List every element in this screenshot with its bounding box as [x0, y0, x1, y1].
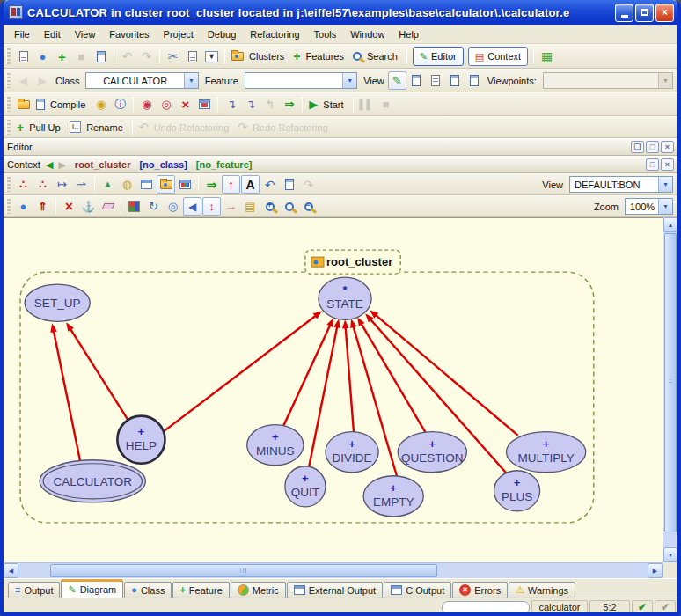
menu-favorites[interactable]: Favorites: [102, 26, 156, 42]
rotate-icon[interactable]: ↻: [144, 197, 163, 216]
open-icon[interactable]: ●: [33, 48, 52, 66]
menu-window[interactable]: Window: [343, 26, 392, 42]
note-tool-icon[interactable]: ▤: [241, 197, 260, 216]
new-document-icon[interactable]: [14, 48, 33, 66]
close-context-icon[interactable]: ×: [661, 158, 674, 171]
class-node-help[interactable]: +HELP: [117, 416, 165, 464]
context-button[interactable]: ▤Context: [468, 47, 528, 66]
history-window-icon[interactable]: [280, 175, 298, 194]
menu-debug[interactable]: Debug: [201, 26, 243, 42]
new-item-icon[interactable]: +: [53, 48, 71, 66]
menu-file[interactable]: File: [7, 26, 37, 42]
project-settings-icon[interactable]: [14, 95, 33, 114]
tab-external-output[interactable]: External Output: [287, 582, 383, 598]
step-into-icon[interactable]: ↴: [241, 95, 260, 114]
minimize-button[interactable]: [615, 4, 633, 22]
tab-output[interactable]: ≡Output: [8, 582, 60, 598]
zoom-out-icon[interactable]: −: [299, 197, 318, 216]
rename-button[interactable]: I..Rename: [67, 118, 128, 136]
class-node-minus[interactable]: +MINUS: [247, 425, 304, 466]
diagram-zoom-combo[interactable]: 100%▼: [625, 198, 673, 215]
search-button[interactable]: Search: [350, 48, 403, 66]
edge-divide-inherits-state[interactable]: [342, 319, 354, 432]
close-button[interactable]: ×: [655, 4, 674, 22]
horizontal-scrollbar[interactable]: ◀ ▶: [4, 562, 663, 578]
diagram-view-combo-arrow-icon[interactable]: ▼: [658, 177, 672, 192]
quick-melt-icon[interactable]: ◎: [157, 95, 175, 114]
system-info-icon[interactable]: ⓘ: [111, 95, 129, 114]
scroll-right-icon[interactable]: ▶: [648, 563, 663, 578]
tab-c-output[interactable]: C Output: [384, 582, 451, 598]
tab-diagram[interactable]: ✎Diagram: [61, 579, 123, 598]
inheritance-layout-icon[interactable]: ↑: [222, 175, 240, 194]
contract-view-icon[interactable]: [446, 71, 465, 90]
class-node-divide[interactable]: +DIVIDE: [326, 432, 378, 473]
text-view-icon[interactable]: ✎: [388, 71, 406, 90]
eraser-icon[interactable]: [99, 197, 117, 216]
class-node-plus[interactable]: +PLUS: [494, 471, 539, 511]
class-node-calculator[interactable]: CALCULATOR: [40, 460, 145, 502]
cluster-tag[interactable]: root_cluster: [305, 250, 400, 274]
compile-button[interactable]: Compile: [33, 95, 91, 114]
new-cluster-tool-icon[interactable]: ∴: [33, 175, 52, 194]
paste-icon[interactable]: ▼: [202, 48, 221, 66]
tab-errors[interactable]: ×Errors: [452, 582, 508, 598]
uml-view-icon[interactable]: [137, 175, 156, 194]
class-node-empty[interactable]: +EMPTY: [363, 476, 423, 517]
fit-selection-icon[interactable]: ⇑: [33, 197, 52, 216]
straighten-links-icon[interactable]: →: [222, 197, 240, 216]
edge-help-inherits-state[interactable]: [163, 311, 321, 431]
menu-refactoring[interactable]: Refactoring: [243, 26, 306, 42]
freeze-icon[interactable]: ◉: [92, 95, 110, 114]
context-back-icon[interactable]: ◀: [46, 159, 53, 171]
ignore-breakpoints-icon[interactable]: ⇒: [280, 95, 298, 114]
tab-metric[interactable]: Metric: [231, 582, 286, 598]
menu-edit[interactable]: Edit: [37, 26, 68, 42]
pull-up-button[interactable]: +Pull Up: [14, 118, 66, 136]
compile-toolbar-grip[interactable]: [6, 97, 11, 113]
link-color-icon[interactable]: [125, 197, 143, 216]
menu-project[interactable]: Project: [157, 26, 201, 42]
features-button[interactable]: +Features: [290, 48, 349, 66]
class-node-question[interactable]: +QUESTION: [398, 432, 466, 473]
feature-combo-arrow-icon[interactable]: ▼: [342, 73, 356, 88]
save-all-icon[interactable]: [92, 48, 110, 66]
edge-help-inherits-set_up[interactable]: [66, 322, 128, 421]
class-toolbar-grip[interactable]: [6, 73, 11, 89]
cut-icon[interactable]: ✂: [164, 48, 182, 66]
force-layout-icon[interactable]: ⇒: [202, 175, 221, 194]
clickable-view-icon[interactable]: [407, 71, 426, 90]
scroll-down-icon[interactable]: ▼: [663, 547, 677, 562]
main-toolbar-grip[interactable]: [6, 48, 11, 64]
delete-icon[interactable]: ×: [60, 197, 78, 216]
class-view-icon[interactable]: [176, 175, 194, 194]
step-over-icon[interactable]: ↴: [222, 95, 240, 114]
refresh-diagram-icon[interactable]: ◎: [164, 197, 182, 216]
tab-class[interactable]: ●Class: [124, 582, 172, 598]
start-button[interactable]: ▶Start: [306, 95, 348, 114]
menu-view[interactable]: View: [68, 26, 103, 42]
finalize-icon[interactable]: [195, 95, 214, 114]
save-diagram-icon[interactable]: ◍: [118, 175, 136, 194]
tab-warnings[interactable]: ⚠Warnings: [509, 582, 575, 598]
context-feature-link[interactable]: [no_feature]: [196, 159, 253, 170]
class-node-quit[interactable]: +QUIT: [285, 466, 326, 507]
clusters-button[interactable]: Clusters: [229, 48, 289, 66]
export-png-icon[interactable]: ▲: [99, 175, 117, 194]
inheritance-link-tool-icon[interactable]: ⇀: [72, 175, 91, 194]
context-class-link[interactable]: [no_class]: [139, 159, 187, 170]
float-panel-icon[interactable]: ❏: [631, 141, 644, 153]
new-class-tool-icon[interactable]: ∴: [14, 175, 33, 194]
editor-button[interactable]: ✎Editor: [413, 47, 464, 66]
remove-anchor-icon[interactable]: ⚓: [79, 197, 98, 216]
diagram-zoom-combo-arrow-icon[interactable]: ▼: [658, 199, 672, 214]
cluster-view-icon[interactable]: [157, 175, 175, 194]
close-panel-icon[interactable]: ×: [661, 141, 674, 153]
maximize-button[interactable]: [635, 4, 654, 22]
maximize-context-icon[interactable]: □: [646, 158, 659, 171]
crop-diagram-icon[interactable]: ●: [14, 197, 33, 216]
refactor-toolbar-grip[interactable]: [6, 120, 11, 134]
cancel-compile-icon[interactable]: ×: [176, 95, 194, 114]
menu-help[interactable]: Help: [392, 26, 426, 42]
class-combo-arrow-icon[interactable]: ▼: [184, 73, 198, 88]
